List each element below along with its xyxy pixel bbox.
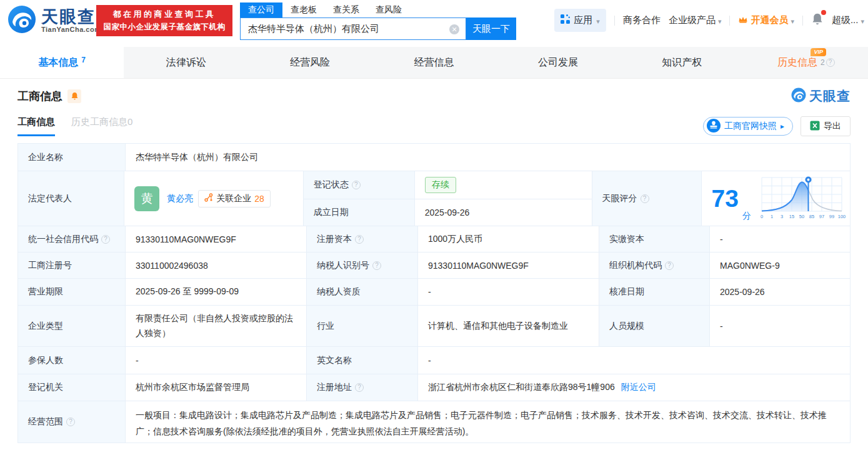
business-coop-link[interactable]: 商务合作 [623,14,661,26]
promo-banner: 都在用的商业查询工具 国家中小企业发展子基金旗下机构 [96,5,232,36]
legal-rep-link[interactable]: 黄必亮 [167,193,193,204]
apps-grid-icon [561,14,570,26]
tab-intellectual-property[interactable]: 知识产权 [620,47,744,78]
official-snapshot-button[interactable]: 工商官网快照 [703,117,793,136]
tab-basic-info-count: 7 [81,56,86,64]
main-content: 工商信息 天眼查 工商信息 历史 [0,88,868,443]
table-row: 营业期限 2025-09-26 至 9999-09-09 纳税人资质 - 核准日… [18,279,850,306]
help-icon[interactable] [372,261,381,270]
site-logo[interactable]: 天眼查 TianYanCha.com [7,5,101,36]
help-icon[interactable] [352,181,361,189]
reg-status-cell: 存续 [415,171,592,199]
subtab-business-info[interactable]: 工商信息 [17,116,55,136]
reg-status-label: 登记状态 [314,179,349,191]
tab-basic-info-label: 基本信息 [38,56,78,69]
open-membership-menu[interactable]: 开通会员 [738,14,794,26]
tianyancha-company-page: 天眼查 TianYanCha.com 都在用的商业查询工具 国家中小企业发展子基… [0,0,868,450]
divider [614,16,615,26]
legal-rep-cell: 黄 黄必亮 关联企业 28 [124,171,304,226]
vip-badge: VIP [811,48,826,56]
company-type-value: 有限责任公司（非自然人投资或控股的法人独资） [126,306,307,346]
tianyancha-logo-icon [7,5,36,36]
export-label: 导出 [824,121,841,132]
search-input[interactable] [241,18,466,39]
tab-company-development[interactable]: 公司发展 [496,47,620,78]
english-name-value: - [418,347,850,374]
tianyancha-watermark-icon [791,88,806,105]
reg-capital-label-cell: 注册资本 [307,226,418,252]
notifications-bell-icon[interactable] [811,12,824,29]
help-icon[interactable] [355,235,364,244]
staff-size-label: 人员规模 [599,306,710,346]
tab-operation-info[interactable]: 经营信息 [372,47,496,78]
svg-text:3: 3 [781,214,783,219]
tab-history-info-label: 历史信息 [777,57,817,68]
svg-text:99: 99 [829,214,834,219]
account-label: 超级... [832,14,859,26]
help-icon[interactable] [101,235,110,244]
tab-legal-lawsuits[interactable]: 法律诉讼 [124,47,247,78]
help-icon[interactable] [665,261,674,270]
enterprise-products-menu[interactable]: 企业级产品 [669,14,722,26]
banner-line1: 都在用的商业查询工具 [113,9,216,20]
watermark-text: 天眼查 [809,88,851,105]
help-icon[interactable] [66,418,75,426]
tab-operation-risk[interactable]: 经营风险 [248,47,372,78]
header-nav: 应用 商务合作 企业级产品 开通会员 [554,0,864,41]
reg-capital-label: 注册资本 [317,234,352,245]
tab-history-info[interactable]: 历史信息 VIP 2 [744,47,868,78]
divider [802,16,803,26]
related-companies-badge[interactable]: 关联企业 28 [198,190,271,208]
related-companies-count: 28 [254,194,264,204]
business-scope-value: 一般项目：集成电路设计；集成电路芯片及产品制造；集成电路芯片及产品销售；电子元器… [126,401,850,442]
table-row: 工商注册号 330110002496038 纳税人识别号 91330110MAG… [18,252,850,279]
org-code-label: 组织机构代码 [609,260,662,271]
reg-address-label-cell: 注册地址 [307,374,418,401]
insured-count-label: 参保人数 [18,347,126,374]
search-tab-boss[interactable]: 查老板 [282,2,325,18]
table-row: 企业类型 有限责任公司（非自然人投资或控股的法人独资） 行业 计算机、通信和其他… [18,306,850,347]
search-tab-company[interactable]: 查公司 [240,2,282,18]
account-menu[interactable]: 超级... [832,14,864,26]
help-icon[interactable] [355,383,364,392]
logo-domain-text: TianYanCha.com [41,26,101,33]
business-scope-label-cell: 经营范围 [18,401,126,442]
network-icon [204,193,213,204]
establish-date-value: 2025-09-26 [415,199,592,226]
tab-basic-info[interactable]: 基本信息 7 [0,47,124,78]
nearby-companies-link[interactable]: 附近公司 [621,382,656,393]
svg-text:1: 1 [771,214,773,219]
reg-authority-label: 登记机关 [18,374,126,401]
clear-search-icon[interactable] [449,24,459,34]
search-button[interactable]: 天眼一下 [466,18,516,40]
subtab-history-business-info[interactable]: 历史工商信息0 [71,116,132,136]
notification-dot [821,10,826,15]
section-title: 工商信息 [17,89,62,104]
reg-address-label: 注册地址 [317,382,352,393]
watermark-logo: 天眼查 [791,88,851,105]
crown-icon [738,15,748,26]
status-badge: 存续 [425,177,456,193]
svg-text:100: 100 [838,214,846,219]
subscribe-bell-icon[interactable] [67,89,81,103]
reg-authority-value: 杭州市余杭区市场监督管理局 [126,374,307,401]
open-membership-label: 开通会员 [751,14,788,26]
svg-text:0: 0 [761,214,763,219]
help-icon[interactable] [826,58,835,67]
reg-number-value: 330110002496038 [126,252,307,278]
establish-date-label: 成立日期 [304,199,415,226]
table-row: 统一社会信用代码 91330110MAG0NWEG9F 注册资本 1000万人民… [18,226,850,252]
taxpayer-id-value: 91330110MAG0NWEG9F [418,252,599,278]
export-button[interactable]: 导出 [801,116,851,136]
score-label-cell: 天眼评分 [592,171,702,226]
insured-count-value: - [126,347,307,374]
avatar[interactable]: 黄 [134,186,159,211]
search-tab-risk[interactable]: 查风险 [367,2,410,18]
score-cell: 73 分 [702,171,850,226]
apps-menu[interactable]: 应用 [554,9,606,32]
search-tab-relation[interactable]: 查关系 [325,2,367,18]
reg-number-label: 工商注册号 [18,252,126,278]
help-icon[interactable] [641,194,649,203]
table-row: 法定代表人 黄 黄必亮 关联企业 28 登记状态 [18,171,850,226]
taxpayer-id-label-cell: 纳税人识别号 [307,252,418,278]
